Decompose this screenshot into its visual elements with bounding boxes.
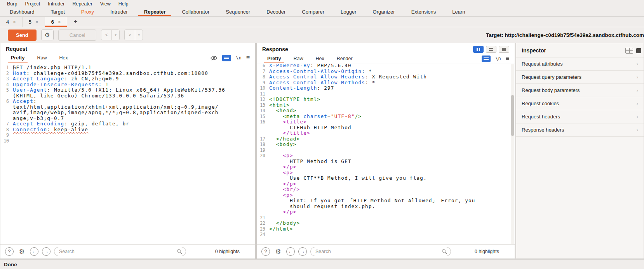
code-line[interactable]: </p> xyxy=(257,164,515,170)
menu-item-intruder[interactable]: Intruder xyxy=(44,0,68,7)
inspector-section-request-body-parameters[interactable]: Request body parameters› xyxy=(516,84,644,97)
code-line[interactable]: <p> xyxy=(257,193,515,198)
code-line[interactable]: 12<!DOCTYPE html> xyxy=(257,97,515,102)
inspector-dock-icon[interactable] xyxy=(636,48,641,53)
code-line[interactable]: 10 xyxy=(0,138,255,144)
code-line[interactable]: 4Upgrade-Insecure-Requests: 1 xyxy=(0,82,255,88)
search-next-icon[interactable]: → xyxy=(42,247,50,256)
prettify-icon[interactable] xyxy=(222,55,231,61)
code-line[interactable]: 8Access-Control-Allow-Headers: X-Request… xyxy=(257,74,515,80)
view-tab-raw[interactable]: Raw xyxy=(32,53,52,62)
close-tab-icon[interactable]: × xyxy=(13,19,16,25)
code-line[interactable]: 24 xyxy=(257,232,515,238)
menu-item-help[interactable]: Help xyxy=(115,0,132,7)
code-line[interactable]: 13<html> xyxy=(257,102,515,108)
layout-single-button[interactable] xyxy=(499,46,509,53)
inspector-section-request-query-parameters[interactable]: Request query parameters› xyxy=(516,71,644,84)
code-line[interactable]: 2Host: challenge-c0d19b75f54e39a2.sandbo… xyxy=(0,71,255,76)
search-help-icon[interactable]: ? xyxy=(5,247,14,256)
code-line[interactable]: 5User-Agent: Mozilla/5.0 (X11; Linux x86… xyxy=(0,87,255,93)
code-line[interactable]: 1GET /index.php HTTP/1.1 xyxy=(0,65,255,71)
code-line[interactable]: <br/> xyxy=(257,187,515,193)
view-tab-raw[interactable]: Raw xyxy=(288,54,308,63)
tab-collaborator[interactable]: Collaborator xyxy=(174,7,218,16)
code-line[interactable]: 17 </head> xyxy=(257,136,515,142)
code-line[interactable]: 15 <meta charset="UTF-8"/> xyxy=(257,114,515,120)
history-forward-dropdown[interactable]: ▾ xyxy=(135,30,143,40)
code-line[interactable]: 14 <head> xyxy=(257,108,515,114)
inspector-section-request-attributes[interactable]: Request attributes› xyxy=(516,57,644,71)
tab-comparer[interactable]: Comparer xyxy=(294,7,332,16)
send-button[interactable]: Send xyxy=(8,30,37,41)
code-line[interactable]: Use CTF**B Method, I will give you flag. xyxy=(257,175,515,181)
history-back-dropdown[interactable]: ▾ xyxy=(112,30,119,40)
view-tab-hex[interactable]: Hex xyxy=(310,54,329,63)
code-line[interactable]: text/html,application/xhtml+xml,applicat… xyxy=(0,104,255,110)
code-line[interactable]: Hint: If you got 「HTTP Method Not Allowe… xyxy=(257,198,515,204)
tab-decoder[interactable]: Decoder xyxy=(258,7,294,16)
inspector-section-request-headers[interactable]: Request headers› xyxy=(516,110,644,123)
repeater-tab-5[interactable]: 5× xyxy=(23,17,45,27)
tab-intruder[interactable]: Intruder xyxy=(102,7,136,16)
prettify-icon[interactable] xyxy=(482,56,491,62)
code-line[interactable]: 8Connection: keep-alive xyxy=(0,127,255,133)
code-line[interactable]: 7Access-Control-Allow-Origin: * xyxy=(257,69,515,75)
inspector-section-response-headers[interactable]: Response headers› xyxy=(516,123,644,137)
code-line[interactable]: <p> xyxy=(257,170,515,176)
editor-menu-icon[interactable]: ≡ xyxy=(506,55,509,62)
code-line[interactable]: 21 xyxy=(257,215,515,221)
response-search-input[interactable] xyxy=(310,247,451,256)
history-back-button[interactable]: < xyxy=(101,30,112,40)
code-line[interactable]: 10Content-Length: 297 xyxy=(257,85,515,91)
menu-item-view[interactable]: View xyxy=(96,0,115,7)
code-line[interactable]: </title> xyxy=(257,130,515,136)
repeater-tab-4[interactable]: 4× xyxy=(0,17,23,27)
code-line[interactable]: 3Accept-Language: zh-CN,zh;q=0.9 xyxy=(0,76,255,82)
code-line[interactable]: 19 xyxy=(257,148,515,153)
tab-learn[interactable]: Learn xyxy=(444,7,473,16)
search-prev-icon[interactable]: ← xyxy=(286,247,295,256)
code-line[interactable]: ange;v=b3;q=0.7 xyxy=(0,116,255,121)
code-line[interactable]: </p> xyxy=(257,209,515,215)
code-line[interactable]: 9 xyxy=(0,132,255,138)
code-line[interactable]: 9Access-Control-Allow-Methods: * xyxy=(257,80,515,86)
layout-rows-button[interactable] xyxy=(486,46,496,53)
search-settings-gear-icon[interactable]: ⚙ xyxy=(273,247,283,256)
close-tab-icon[interactable]: × xyxy=(58,19,61,25)
search-settings-gear-icon[interactable]: ⚙ xyxy=(17,247,26,256)
hide-nonprintable-icon[interactable] xyxy=(210,56,218,61)
request-editor[interactable]: 1GET /index.php HTTP/1.12Host: challenge… xyxy=(0,63,255,244)
new-repeater-tab-button[interactable]: + xyxy=(67,17,84,27)
code-line[interactable]: </p> xyxy=(257,181,515,187)
code-line[interactable]: 11 xyxy=(257,91,515,97)
code-line[interactable]: 22 </body> xyxy=(257,220,515,226)
repeater-tab-6[interactable]: 6× xyxy=(45,17,68,27)
tab-proxy[interactable]: Proxy xyxy=(73,7,102,16)
search-help-icon[interactable]: ? xyxy=(261,247,270,256)
code-line[interactable]: 20 <p> xyxy=(257,153,515,159)
editor-menu-icon[interactable]: ≡ xyxy=(246,54,250,61)
view-tab-pretty[interactable]: Pretty xyxy=(6,53,30,62)
response-scrollbar[interactable] xyxy=(511,64,514,244)
history-forward-button[interactable]: > xyxy=(125,30,135,40)
inspector-grid-icon[interactable] xyxy=(625,48,633,54)
code-line[interactable]: should request index.php. xyxy=(257,204,515,210)
tab-extensions[interactable]: Extensions xyxy=(403,7,444,16)
close-tab-icon[interactable]: × xyxy=(35,19,38,25)
view-tab-hex[interactable]: Hex xyxy=(54,53,73,62)
tab-dashboard[interactable]: Dashboard xyxy=(2,7,43,16)
view-tab-pretty[interactable]: Pretty xyxy=(262,54,286,63)
tab-target[interactable]: Target xyxy=(43,7,73,16)
search-next-icon[interactable]: → xyxy=(298,247,307,256)
menu-item-repeater[interactable]: Repeater xyxy=(68,0,96,7)
layout-columns-button[interactable] xyxy=(473,46,484,53)
menu-item-burp[interactable]: Burp xyxy=(3,0,21,7)
newline-toggle-icon[interactable]: \n xyxy=(236,55,241,61)
tab-sequencer[interactable]: Sequencer xyxy=(218,7,258,16)
newline-toggle-icon[interactable]: \n xyxy=(495,56,501,61)
code-line[interactable]: 23</html> xyxy=(257,226,515,232)
cancel-button[interactable]: Cancel xyxy=(58,30,96,41)
request-settings-gear-button[interactable]: ⚙ xyxy=(41,30,54,40)
tab-repeater[interactable]: Repeater xyxy=(136,7,174,16)
code-line[interactable]: avif,image/webp,image/apng,*/*;q=0.8,app… xyxy=(0,110,255,116)
